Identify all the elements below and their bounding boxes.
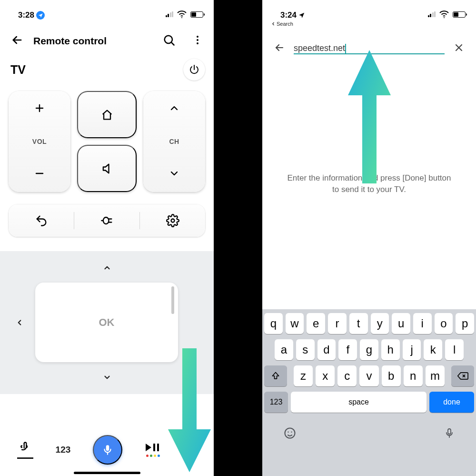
backspace-key[interactable]	[451, 365, 474, 386]
key-w[interactable]: w	[286, 313, 304, 334]
volume-label: VOL	[32, 138, 47, 145]
svg-rect-8	[153, 444, 155, 451]
search-button[interactable]	[160, 31, 178, 50]
text-input-field[interactable]: speedtest.net	[294, 43, 445, 54]
caret-left-icon	[15, 318, 24, 327]
key-f[interactable]: f	[338, 339, 357, 360]
back-button[interactable]	[9, 31, 26, 50]
home-button[interactable]	[77, 91, 137, 138]
volume-up-button[interactable]	[32, 101, 47, 117]
page-title: Remote control	[33, 35, 107, 47]
key-x[interactable]: x	[316, 365, 335, 386]
annotation-arrow-up	[348, 50, 391, 183]
dictation-key[interactable]	[442, 425, 457, 443]
key-b[interactable]: b	[382, 365, 401, 386]
shortcut-row	[9, 204, 205, 237]
key-j[interactable]: j	[403, 339, 421, 360]
chevron-up-icon	[169, 102, 180, 114]
clear-button[interactable]	[451, 40, 466, 57]
settings-button[interactable]	[140, 204, 205, 237]
numeric-tab[interactable]: 123	[56, 445, 71, 455]
touchpad-tab[interactable]	[17, 441, 33, 459]
status-time: 3:24	[280, 10, 297, 20]
color-dots-icon	[146, 455, 160, 457]
numeric-mode-key[interactable]: 123	[264, 392, 288, 413]
bottom-toolbar: 123	[0, 428, 214, 471]
done-key[interactable]: done	[429, 392, 474, 413]
svg-rect-5	[103, 217, 109, 224]
key-o[interactable]: o	[435, 313, 453, 334]
key-g[interactable]: g	[360, 339, 378, 360]
svg-point-13	[288, 432, 288, 433]
key-s[interactable]: s	[296, 339, 315, 360]
help-text: Enter the information and press [Done] b…	[262, 172, 476, 195]
key-t[interactable]: t	[349, 313, 368, 334]
location-arrow-icon	[298, 12, 305, 19]
battery-icon	[453, 11, 466, 18]
key-q[interactable]: q	[264, 313, 283, 334]
status-time: 3:28	[18, 10, 34, 20]
remote-header: Remote control	[0, 21, 214, 56]
voice-button[interactable]	[93, 435, 122, 465]
emoji-key[interactable]	[281, 425, 298, 443]
dpad-up-button[interactable]	[101, 262, 113, 274]
wifi-icon	[438, 9, 450, 20]
key-k[interactable]: k	[424, 339, 442, 360]
key-d[interactable]: d	[317, 339, 336, 360]
playback-tab[interactable]	[145, 443, 161, 457]
volume-down-button[interactable]	[32, 166, 47, 182]
mute-button[interactable]	[77, 145, 137, 192]
back-button[interactable]	[272, 40, 287, 57]
shift-key[interactable]	[264, 365, 287, 386]
undo-icon	[35, 214, 48, 227]
overflow-menu-button[interactable]	[190, 32, 205, 49]
plus-icon	[34, 102, 45, 114]
backspace-icon	[457, 371, 468, 381]
key-z[interactable]: z	[294, 365, 313, 386]
space-key[interactable]: space	[291, 392, 426, 413]
breadcrumb[interactable]: Search	[262, 21, 476, 30]
key-e[interactable]: e	[307, 313, 325, 334]
touch-icon	[19, 441, 32, 454]
svg-point-6	[171, 219, 174, 223]
dpad-down-button[interactable]	[101, 371, 113, 384]
key-n[interactable]: n	[404, 365, 423, 386]
key-i[interactable]: i	[413, 313, 432, 334]
wifi-icon	[176, 9, 188, 20]
undo-button[interactable]	[9, 204, 74, 237]
cellular-icon	[166, 11, 174, 17]
key-a[interactable]: a	[275, 339, 293, 360]
text-input-value: speedtest.net	[294, 43, 345, 53]
power-button[interactable]	[183, 59, 205, 81]
dpad-panel: OK	[0, 251, 214, 394]
caret-down-icon	[103, 373, 111, 382]
caret-up-icon	[103, 263, 111, 272]
ok-button[interactable]: OK	[35, 283, 178, 362]
channel-down-button[interactable]	[167, 166, 182, 182]
key-y[interactable]: y	[371, 313, 389, 334]
key-r[interactable]: r	[328, 313, 347, 334]
svg-rect-15	[448, 429, 451, 434]
input-source-button[interactable]	[74, 204, 139, 237]
channel-up-button[interactable]	[167, 101, 182, 117]
home-icon	[100, 108, 114, 122]
key-v[interactable]: v	[359, 365, 378, 386]
channel-label: CH	[169, 138, 179, 145]
keyboard-tab[interactable]	[183, 443, 197, 456]
power-icon	[188, 64, 200, 75]
status-bar: 3:28	[0, 0, 214, 21]
key-c[interactable]: c	[337, 365, 357, 386]
key-m[interactable]: m	[426, 365, 445, 386]
status-bar: 3:24	[262, 0, 476, 21]
breadcrumb-chevron-icon	[271, 21, 276, 26]
dpad-left-button[interactable]	[13, 316, 26, 329]
key-p[interactable]: p	[456, 313, 474, 334]
key-h[interactable]: h	[381, 339, 400, 360]
key-l[interactable]: l	[445, 339, 464, 360]
volume-rocker: VOL	[9, 91, 70, 192]
key-u[interactable]: u	[392, 313, 410, 334]
svg-point-14	[291, 432, 292, 433]
emoji-icon	[283, 426, 297, 440]
right-screen: 3:24 Search speedtest.net Enter the info…	[262, 0, 476, 476]
gear-icon	[166, 214, 179, 227]
